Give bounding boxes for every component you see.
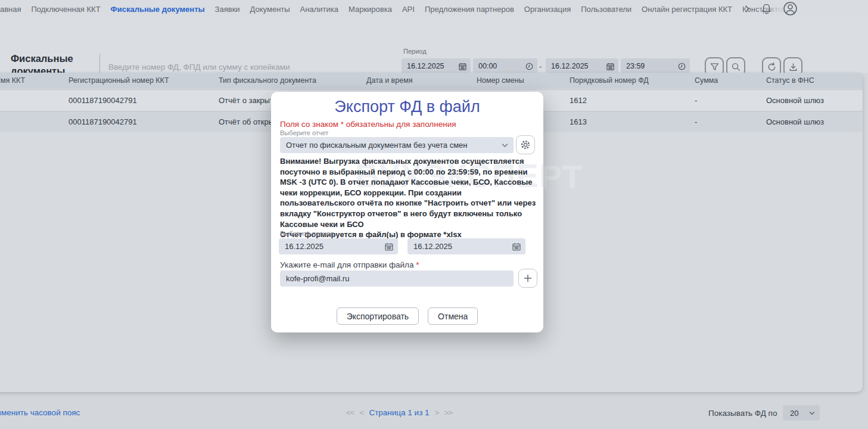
cell-fd-number: 1613: [570, 111, 587, 132]
column-header-shift-number: Номер смены: [477, 73, 524, 89]
cell-fd-number: 1612: [570, 90, 587, 111]
nav-item-partner-offers[interactable]: Предложения партнеров: [425, 5, 514, 14]
warning-paragraph: Внимание! Выгрузка фискальных документов…: [280, 156, 536, 229]
cell-fns-status: Основной шлюз: [766, 111, 824, 132]
report-select-value: Отчет по фискальным документам без учета…: [286, 141, 468, 150]
nav-item-fiscal-documents[interactable]: Фискальные документы: [111, 5, 205, 14]
required-fields-note: Поля со знаком * обязательны для заполне…: [280, 120, 456, 129]
cancel-button[interactable]: Отмена: [428, 307, 478, 325]
period-label: Период: [403, 48, 427, 55]
plus-icon: [523, 273, 533, 283]
column-header-kkt-name: Имя ККТ: [0, 73, 25, 89]
refresh-icon: [767, 62, 777, 72]
nav-item-online-registration[interactable]: Онлайн регистрация ККТ: [642, 5, 732, 14]
calendar-icon: [512, 243, 521, 251]
email-label-text: Укажите e-mail для отправки файла: [280, 260, 414, 269]
modal-buttons: Экспортировать Отмена: [271, 307, 543, 325]
export-date-from-value: 16.12.2025: [285, 242, 323, 251]
required-asterisk: *: [416, 260, 419, 269]
change-timezone-link[interactable]: Изменить часовой пояс: [0, 408, 80, 417]
time-to-field[interactable]: 23:59: [621, 58, 690, 74]
toolbar: Фискальные документы Период 16.12.2025 0…: [0, 18, 868, 73]
time-from-value: 00:00: [478, 62, 497, 70]
last-page-button[interactable]: >>: [444, 408, 452, 417]
page-size-value: 20: [790, 409, 798, 418]
cell-sum: -: [695, 90, 697, 111]
page-size-select[interactable]: 20: [783, 405, 820, 421]
nav-item-api[interactable]: API: [402, 5, 415, 14]
show-fd-label: Показывать ФД по: [708, 409, 777, 418]
export-date-to-field[interactable]: 16.12.2025: [407, 238, 525, 254]
nav-item-documents[interactable]: Документы: [250, 5, 290, 14]
bell-icon[interactable]: [760, 2, 773, 16]
period-select-label: Выберите период: [280, 230, 334, 237]
export-warning-text: Внимание! Выгрузка фискальных документов…: [280, 156, 536, 240]
cell-fns-status: Основной шлюз: [766, 90, 824, 111]
cell-sum: -: [695, 111, 697, 132]
clock-icon: [678, 63, 686, 70]
chevron-down-icon: [809, 411, 815, 415]
report-select-label: Выберите отчет: [280, 129, 328, 136]
funnel-icon: [710, 62, 720, 72]
nav-item-organization[interactable]: Организация: [524, 5, 571, 14]
nav-item-requests[interactable]: Заявки: [215, 5, 240, 14]
calendar-icon: [385, 243, 393, 251]
nav-item-marking[interactable]: Маркировка: [349, 5, 392, 14]
nav-item-users[interactable]: Пользователи: [581, 5, 631, 14]
nav-right-icons: [802, 0, 868, 18]
column-header-reg-number: Регистрационный номер ККТ: [69, 73, 169, 89]
date-from-field[interactable]: 16.12.2025: [402, 58, 471, 74]
nav-item-home[interactable]: Главная: [0, 5, 21, 14]
export-button[interactable]: Экспортировать: [337, 307, 419, 325]
nav-item-connected-kkt[interactable]: Подключенная ККТ: [31, 5, 100, 14]
column-header-fns-status: Статус в ФНС: [766, 73, 814, 89]
table-header-row: Имя ККТ Регистрационный номер ККТ Тип фи…: [0, 73, 863, 89]
bottom-bar: Изменить часовой пояс << < Страница 1 из…: [0, 392, 868, 429]
person-icon[interactable]: [782, 1, 798, 17]
add-email-button[interactable]: [518, 269, 537, 288]
cell-reg-number: 0001187190042791: [69, 111, 137, 132]
magnifier-icon: [731, 62, 741, 72]
first-page-button[interactable]: <<: [346, 408, 354, 417]
email-input[interactable]: [280, 271, 514, 287]
pagination: << < Страница 1 из 1 > >>: [334, 408, 465, 417]
period-range-separator: -: [539, 62, 542, 71]
modal-title: Экспорт ФД в файл: [271, 98, 543, 116]
calendar-icon: [459, 63, 466, 70]
column-header-datetime: Дата и время: [366, 73, 413, 89]
download-icon: [788, 62, 798, 72]
date-from-value: 16.12.2025: [407, 62, 444, 70]
date-to-field[interactable]: 16.12.2025: [546, 58, 618, 74]
report-select[interactable]: Отчет по фискальным документам без учета…: [280, 137, 514, 153]
configure-report-button[interactable]: [516, 135, 535, 154]
cell-reg-number: 0001187190042791: [69, 90, 137, 111]
time-to-value: 23:59: [626, 62, 645, 70]
export-date-from-field[interactable]: 16.12.2025: [279, 238, 398, 254]
date-to-value: 16.12.2025: [551, 62, 589, 70]
export-fd-modal: БУХЭКСПЕРТ Экспорт ФД в файл Поля со зна…: [271, 92, 543, 332]
gear-icon: [520, 139, 531, 150]
email-label: Укажите e-mail для отправки файла *: [280, 260, 419, 269]
calendar-icon: [606, 63, 614, 70]
column-header-doc-type: Тип фискального документа: [219, 73, 316, 89]
chevron-right-icon[interactable]: [743, 4, 751, 14]
nav-item-analytics[interactable]: Аналитика: [300, 5, 338, 14]
top-navigation: Главная Подключенная ККТ Фискальные доку…: [0, 0, 868, 18]
next-page-button[interactable]: >: [435, 408, 439, 417]
column-header-fd-number: Порядковый номер ФД: [570, 73, 649, 89]
time-from-field[interactable]: 00:00: [473, 58, 537, 74]
clock-icon: [525, 63, 533, 70]
page-indicator: Страница 1 из 1: [369, 408, 429, 417]
prev-page-button[interactable]: <: [360, 408, 364, 417]
column-header-sum: Сумма: [695, 73, 718, 89]
export-date-to-value: 16.12.2025: [413, 242, 452, 251]
chevron-down-icon: [502, 143, 508, 148]
